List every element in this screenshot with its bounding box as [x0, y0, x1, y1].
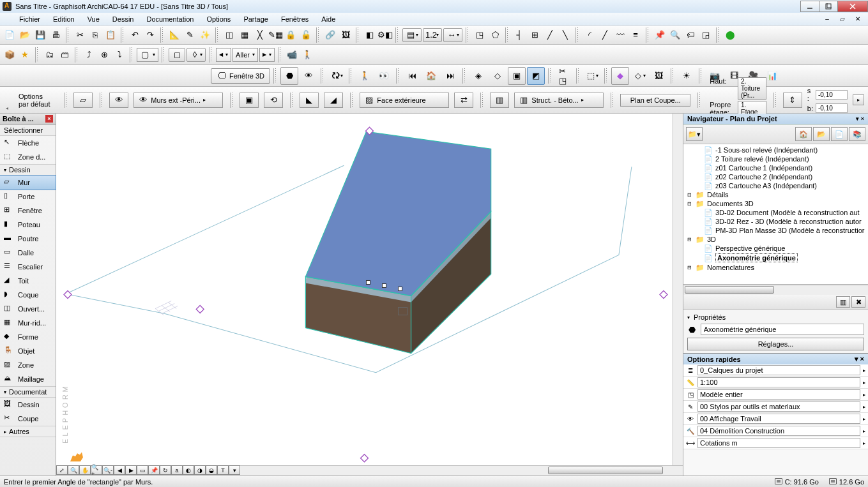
sun-icon[interactable]: ☀ [678, 67, 696, 85]
navtab-project[interactable]: 📁▾ [686, 127, 703, 141]
cube3d-icon[interactable]: ◳ [473, 28, 487, 42]
tree-item[interactable]: ⊟📁Détails [683, 190, 868, 199]
explore-icon[interactable]: 👁 [300, 67, 317, 85]
dim-icon[interactable]: ◲ [699, 28, 713, 42]
lock-icon[interactable]: 🔒 [284, 28, 298, 42]
model-view-icon[interactable]: 1.2▾ [423, 28, 442, 42]
grid-snap-icon[interactable]: ⊞ [528, 28, 542, 42]
qv-zoomout-icon[interactable]: 🔍- [102, 465, 114, 475]
menu-documentation[interactable]: Documentation [140, 13, 200, 25]
haut-value[interactable]: 2. Toiture (Pr... [738, 77, 766, 100]
tool-window[interactable]: ⊞Fenêtre [0, 204, 56, 218]
cube3d-iso-icon[interactable]: ⬠ [488, 28, 502, 42]
group-icon[interactable]: ▦ [238, 28, 252, 42]
quick-option-row[interactable]: ✎00 Stylos par outils et materiaux▸ [683, 401, 868, 413]
tree-item[interactable]: ⊟📁3D [683, 235, 868, 244]
view-style-icon[interactable]: ▣ [508, 67, 526, 85]
tree-item[interactable]: 📄3D-02 Document (Modèle à reconstruction… [683, 208, 868, 217]
struct-icon[interactable]: ▥ [490, 93, 509, 108]
tree-item[interactable]: 📄3D-02 Rez - 3D (Modèle à reconstruction… [683, 217, 868, 226]
b-input[interactable] [816, 103, 848, 113]
navtab-publisher[interactable]: 📚 [849, 127, 865, 141]
tool-marquee[interactable]: ⬚Zone d... [0, 150, 56, 164]
marquee-rect-icon[interactable]: ◻ [169, 48, 185, 62]
tool-door[interactable]: ▯Porte [0, 190, 56, 204]
measure-icon[interactable]: 📐 [167, 28, 181, 42]
tool-curtainwall[interactable]: ▦Mur-rid... [0, 316, 56, 330]
defaults-label[interactable]: Options par défaut [15, 93, 57, 108]
qv-a-icon[interactable]: a [171, 465, 183, 475]
aller-combo[interactable]: Aller▾ [232, 48, 258, 62]
tree-item[interactable]: 📄z01 Cartouche 1 (Indépendant) [683, 163, 868, 172]
face-flip-icon[interactable]: ⇄ [454, 93, 473, 108]
offset-icon[interactable]: ≡ [628, 28, 643, 42]
story-down-icon[interactable]: ⤵ [112, 48, 126, 62]
cut-icon[interactable]: ✂ [73, 28, 87, 42]
tool-slab[interactable]: ▭Dalle [0, 246, 56, 260]
qv-frame-icon[interactable]: ▭ [137, 465, 148, 475]
tree-item[interactable]: 📄2 Toiture relevé (Indépendant) [683, 154, 868, 163]
label-icon[interactable]: 🏷 [683, 28, 697, 42]
qv-prev-icon[interactable]: ◀ [114, 465, 125, 475]
menu-options[interactable]: Options [200, 13, 237, 25]
shaded-icon[interactable]: ◩ [527, 67, 545, 85]
new-file-icon[interactable]: 📄 [3, 28, 17, 42]
tool-mesh[interactable]: ⛰Maillage [0, 372, 56, 386]
quick-option-row[interactable]: 📏1:100▸ [683, 377, 868, 389]
navtab-book[interactable]: 🏠 [795, 127, 812, 141]
paste-icon[interactable]: 📋 [103, 28, 118, 42]
unlock-icon[interactable]: 🔓 [299, 28, 313, 42]
floor-plan-cut-icon[interactable]: ▤▾ [402, 28, 422, 42]
wand-icon[interactable]: ✨ [198, 28, 212, 42]
layer-combo[interactable]: 👁Murs ext -Péri...▸ [133, 93, 223, 108]
qv-orbit-icon[interactable]: ↻ [160, 465, 171, 475]
undo-icon[interactable]: ↶ [128, 28, 142, 42]
tool-arrow[interactable]: ↖Flèche [0, 136, 56, 150]
qv-pin-icon[interactable]: 📌 [148, 465, 160, 475]
qv-zoom-icon[interactable]: 🔍 [68, 465, 79, 475]
arc-icon[interactable]: ◜ [582, 28, 597, 42]
navtab-layouts[interactable]: 📄 [831, 127, 848, 141]
tool-section[interactable]: ✂Coupe [0, 412, 56, 426]
star-icon[interactable]: ★ [18, 48, 32, 62]
qv-next-icon[interactable]: ▶ [125, 465, 137, 475]
guide-icon[interactable]: ╱ [543, 28, 557, 42]
shade-mode-icon[interactable]: ◆ [611, 67, 629, 85]
wire-icon[interactable]: ◇▾ [630, 67, 648, 85]
menu-vue[interactable]: Vue [81, 13, 106, 25]
line-icon[interactable]: ╱ [598, 28, 612, 42]
navtab-views[interactable]: 📂 [813, 127, 830, 141]
energy-icon[interactable]: ⬤ [723, 28, 737, 42]
maximize-button[interactable] [819, 1, 838, 12]
look-icon[interactable]: 👀 [375, 67, 393, 85]
persp-icon[interactable]: ⬣ [280, 67, 298, 85]
angle2-icon[interactable]: ◢ [324, 93, 343, 108]
close-button[interactable] [837, 1, 868, 12]
qv-hand-icon[interactable]: ✋ [79, 465, 91, 475]
save-icon[interactable]: 💾 [33, 28, 47, 42]
tool-beam[interactable]: ▬Poutre [0, 232, 56, 246]
navigator-tree[interactable]: 📄-1 Sous-sol relevé (Indépendant)📄2 Toit… [683, 144, 868, 285]
find-select-icon[interactable]: 🔍 [668, 28, 682, 42]
render-opts-icon[interactable]: 🖼 [650, 67, 667, 85]
tool-wall[interactable]: ▱Mur [0, 175, 56, 190]
qv-3-icon[interactable]: ◒ [206, 465, 217, 475]
tool-shell[interactable]: ◗Coque [0, 288, 56, 302]
nav-prev-icon[interactable]: ⏮ [403, 67, 421, 85]
redo-icon[interactable]: ↷ [143, 28, 157, 42]
qv-more-icon[interactable]: ▾ [229, 465, 240, 475]
hotlink-icon[interactable]: 🔗 [323, 28, 337, 42]
tool-opening[interactable]: ◫Ouvert... [0, 302, 56, 316]
cat-document[interactable]: ▾Documentat [0, 386, 56, 398]
qv-zoomin-icon[interactable]: 🔍+ [91, 465, 102, 475]
info-tab-handle[interactable]: ▸ [4, 89, 10, 112]
tool-column[interactable]: ▮Poteau [0, 218, 56, 232]
construction-method-icon[interactable]: ▣ [240, 93, 259, 108]
align-icon[interactable]: ┤ [512, 28, 526, 42]
mdi-minimize-icon[interactable]: – [821, 15, 834, 24]
layers-combo-icon[interactable]: 🗃 [57, 48, 72, 62]
walk2-icon[interactable]: 🚶 [356, 67, 374, 85]
open-file-icon[interactable]: 📂 [18, 28, 32, 42]
cutplane-icon[interactable]: ✂◳ [555, 67, 573, 85]
qv-1-icon[interactable]: ◐ [183, 465, 194, 475]
